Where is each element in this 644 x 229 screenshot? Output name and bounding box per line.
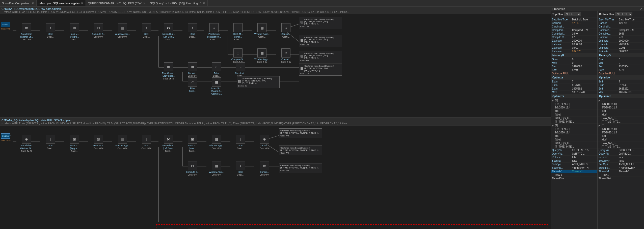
prop-optim1-dbo-left: [dbo] — [551, 113, 597, 117]
plan1-node-rowcount[interactable]: ⊞ Row Count...(Lazy Spoo... Cost: 75 % — [158, 62, 179, 80]
plan1-filter1-label: Filter — [214, 72, 219, 75]
plan1-node-concat1[interactable]: ⊕ Concat... Cost:... — [276, 23, 296, 38]
plan1-node-cis3[interactable]: ▤ Clustered Index Scan (Clustered)[T_TIM… — [299, 51, 342, 63]
tab-refesh1[interactable]: refesh plan SQL raw data.sqlplan ✕ — [37, 0, 86, 6]
plan2-parallelism1-icon: ⊕ — [22, 135, 31, 144]
plan2-node-sort2[interactable]: ↕ Sort Cost: 3 % — [136, 135, 156, 150]
plan1-node-compute1[interactable]: ⊡ Compute S... Cost: 0 % — [88, 23, 109, 38]
plan1-node-cis1[interactable]: ▤ Clustered Index Scan (Clustered)[T_TIM… — [299, 17, 342, 29]
plan2-node-concat2[interactable]: ⊕ Concat... Cost: 0 % — [254, 161, 275, 176]
prop-optim2-lwa-right-val: LWA_Sys_0... — [602, 142, 643, 145]
prop-setopts-right-key: Set Opti — [599, 163, 619, 166]
plan1-node-const1[interactable]: C Constant... Cost:... — [230, 62, 251, 77]
plan2-node-window3[interactable]: ▦ Window Aggr... Cost: 0 % — [206, 161, 227, 176]
plan1-node-parallelism1[interactable]: ⊕ Parallelism(Gather St... Cost: 3 % — [16, 23, 37, 41]
plan1-node-concat3[interactable]: ⊕ Concat... Cost: 0 % — [182, 62, 203, 77]
plan2-node-concat1[interactable]: ⊕ Concat... Cost: 0 % — [254, 135, 275, 150]
plan2-node-compute2[interactable]: ⊡ Compute S... Cost: 0 % — [182, 161, 203, 176]
tab-refesh1-close[interactable]: ✕ — [80, 2, 84, 5]
tab-showplan[interactable]: ShowPlan Comparison ✕ — [0, 0, 37, 6]
plan2-node-cis7[interactable]: Clustered Index Scan (Clustered)[T_TIME_… — [279, 146, 322, 155]
prop-estimate1-right-key: Estimate: — [599, 39, 619, 42]
plan2-window1-cost: Cost: 0 % — [117, 147, 127, 150]
tree-expander-2-left[interactable]: ▶ — [552, 124, 555, 127]
plan2-node-sort4[interactable]: ↕ Sort Cost:... — [230, 161, 251, 176]
plan1-node-hash1[interactable]: ⊞ Hash M...(Aggre... Cost:... — [64, 23, 85, 41]
plan1-node-sort1[interactable]: ↕ Sort Cost:... — [40, 23, 61, 38]
plan1-node-concat2[interactable]: ⊕ Concat... Cost: 0 % — [276, 48, 296, 63]
plan2-node-sort1[interactable]: ↕ Sort Cost:... — [40, 135, 61, 150]
props-optim-item2-left[interactable]: ▶ [2] — [551, 124, 597, 127]
plan2-node-cis6[interactable]: Clustered Index Scan (Clustered)[T_TIME_… — [279, 128, 322, 138]
plan1-node-window2[interactable]: ▦ Window Aggr... Cost:... — [252, 23, 272, 38]
prop-threads-right-key: Threads1 — [599, 170, 619, 173]
prop-compiled2-right-val: 1656 — [619, 32, 643, 35]
plan1-node-parallelism2[interactable]: ⊕ Parallelism(Repartition... Cost:... — [204, 23, 224, 41]
plan2-node-compute1[interactable]: ⊡ Compute S... Cost: 0 % — [88, 135, 109, 150]
props-close-btn[interactable]: ✕ — [640, 7, 642, 11]
prop-optim2-lwa-left: LWA_Sys_0... — [551, 141, 597, 145]
prop-estin3-left-val: 1625292 — [572, 87, 596, 90]
plan2-sort2-icon: ↕ — [142, 135, 151, 144]
plan2-canvas[interactable]: SELECT Cost: 24 % — [0, 126, 551, 229]
plan1-node-sort3[interactable]: ↕ Sort Cost:... — [182, 23, 203, 38]
plan2-node-const2[interactable]: C Constant... Cost:... — [206, 228, 227, 229]
plan2-node-nested1[interactable]: ⋈ Nested Lo...(Left Sem... Cost:... — [158, 135, 179, 152]
plan1-node-cis4[interactable]: ▤ Clustered Index Scan (Clustered)[T_TIM… — [299, 64, 342, 76]
plan2-node-window1[interactable]: ▦ Window Aggr... Cost: 0 % — [112, 135, 132, 150]
prop-batchmode-right-val: BatchMo True — [619, 18, 643, 21]
prop-estin1-right-key: Estin — [599, 80, 619, 83]
prop-optim2-time-left-val: [T_TIME_INTE... — [555, 145, 596, 148]
plan1-node-nested1[interactable]: ⋈ Nested Lo...(Left Sem... Cost:... — [158, 23, 179, 41]
plan2-node-filter3[interactable]: σ Filter Cost: 5 % — [182, 228, 203, 229]
tab-sqlquery1[interactable]: SQLQuery1.sql - FRV...(53)) Executing...… — [148, 0, 208, 6]
plan1-node-sort2[interactable]: ↕ Sort Cost:... — [136, 23, 156, 38]
plan1-node-compute2[interactable]: ⊡ Compute S... Cost: 0 % — [228, 48, 248, 63]
prop-optim2-db-left-val: [DB_BENCH] — [555, 128, 596, 130]
prop-queryplan-left-key: QueryPla — [552, 152, 572, 155]
tab-showplan-close[interactable]: ✕ — [31, 2, 34, 5]
top-plan-select[interactable]: SELECT — [564, 12, 581, 16]
tab-querybench-close[interactable]: ✕ — [143, 2, 146, 5]
plan2-node-hash1[interactable]: ⊞ Hash M...(Aggre... Cost:... — [64, 135, 85, 152]
plan2-node-concat3[interactable]: ⊕ Concat... Cost: 0 % — [158, 228, 179, 229]
plan1-concat2-label: Concat... — [281, 58, 290, 61]
bottom-plan-select[interactable]: SELECT — [615, 12, 632, 16]
prop-optim1-dbo-left-val: [dbo] — [555, 113, 596, 116]
prop-retrieve-left: Retrieve false — [551, 156, 597, 159]
prop-setopts-right-val: ANSI_NULLS — [619, 163, 643, 166]
plan1-node-window3[interactable]: ▦ Window Aggr... Cost: 0 % — [252, 48, 272, 63]
plan2-node-cis8[interactable]: Clustered Index Scan (Clustered)[T_TIME_… — [279, 163, 322, 173]
plan1-node-hash2[interactable]: ⊞ Hash M...(Inner... Cost:... — [228, 23, 248, 41]
prop-maxopt-right-key: Max — [599, 91, 619, 94]
plan1-compute2-icon: ⊡ — [233, 48, 243, 58]
props-optim-item2-right[interactable]: ▶ [2] — [598, 124, 644, 127]
tree-expander-2-right[interactable]: ▶ — [599, 124, 602, 127]
plan1-node-cis2[interactable]: ▤ Clustered Index Scan (Clustered)[T_TIM… — [299, 35, 342, 47]
plan1-node-filter1[interactable]: σ Filter Cost:... — [206, 62, 227, 77]
plan2-node-parallelism1[interactable]: ⊕ Parallelism(Gather St... Cost: 24 % — [16, 135, 37, 152]
tree-expander-1-left[interactable]: ▶ — [552, 99, 555, 102]
plan2-node-window2[interactable]: ▦ Window Aggr... Cost: 0 % — [206, 135, 227, 150]
plan2-node-hash2[interactable]: ⊞ Hash M...(Inner... Cost:... — [182, 135, 203, 152]
plan2-node-sort3[interactable]: ↕ Sort Cost:... — [230, 135, 251, 150]
plan1-node-window1[interactable]: ▦ Window Aggr... Cost: 0 % — [112, 23, 132, 38]
plan1-const1-label: Constant... — [235, 72, 246, 75]
prop-estimateio-right: Estimate: 0.001 — [598, 46, 644, 50]
prop-gran-left-val: 0 — [572, 58, 596, 61]
plan1-canvas[interactable]: SELECT Cost: 0 % — [0, 14, 551, 118]
plan2-filter3-icon: σ — [188, 228, 197, 229]
plan1-hash1-cost: Cost:... — [71, 38, 78, 41]
tab-sqlquery1-close[interactable]: ✕ — [202, 2, 205, 5]
plan1-concat3-cost: Cost: 0 % — [187, 75, 197, 77]
plan2-window2-icon: ▦ — [212, 135, 221, 144]
plan1-node-filter2[interactable]: σ FilterCost:... — [182, 77, 203, 93]
props-optim-item1-left[interactable]: ▶ [1] — [551, 99, 597, 102]
tree-expander-1-right[interactable]: ▶ — [599, 99, 602, 102]
plan1-compute2-label: Compute S... — [231, 58, 245, 61]
props-optim-item1-right[interactable]: ▶ [1] — [598, 99, 644, 102]
plan1-node-indexspool[interactable]: ▦ Index Sp...(Eager S...Cost: 55... — [206, 77, 227, 95]
prop-threads-left[interactable]: Threads1 Threads1 — [551, 170, 597, 173]
tab-querybench[interactable]: QUERY BENCHMAR...N01.SQLPRO (52))* ✕ — [86, 0, 148, 6]
plan1-node-cis5[interactable]: ▤ Clustered Index Scan (Clustered)[T_TIM… — [237, 76, 280, 88]
